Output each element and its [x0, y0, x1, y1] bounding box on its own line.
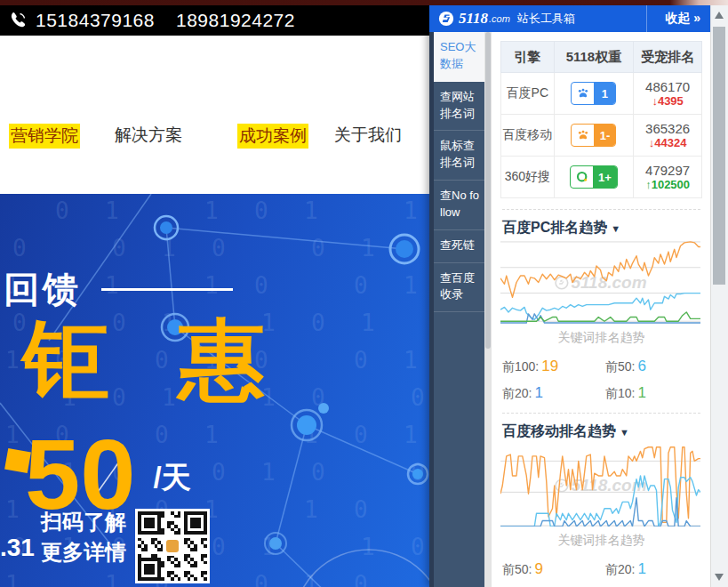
table-row: 百度PC 1 486170 ↓4395 — [501, 73, 702, 115]
360-icon — [571, 170, 593, 184]
logo-suffix: .com — [489, 13, 510, 24]
toolbox-header: 5118 .com 站长工具箱 收起 » — [429, 5, 711, 32]
stat-top10: 前10 : 1 — [605, 384, 700, 402]
toolbox-scrollbar[interactable] — [484, 32, 492, 587]
weight-cell: 1+ — [554, 157, 634, 198]
banner-subtitle: 回馈 — [4, 265, 233, 314]
menu-item-seo-big-data[interactable]: SEO大数据 — [434, 32, 484, 82]
browser-scrollbar[interactable] — [710, 5, 728, 587]
banner-rule-line — [101, 288, 233, 291]
menu-item-site-ranking-words[interactable]: 查网站排名词 — [434, 82, 484, 132]
screen: 15184379168 18981924272 营销学院 解决方案 成功案例 关… — [0, 0, 728, 587]
scroll-up-arrow[interactable] — [715, 12, 724, 19]
seo-toolbox-panel: 5118 .com 站长工具箱 收起 » SEO大数据 查网站排名词 鼠标查排名… — [429, 5, 711, 587]
nav-item-solutions[interactable]: 解决方案 — [115, 124, 182, 147]
weight-badge: 1+ — [570, 165, 618, 189]
phone-number: 18981924272 — [176, 10, 295, 31]
collapse-triangle-icon: ▼ — [620, 427, 629, 438]
nav-item-marketing-academy[interactable]: 营销学院 — [9, 124, 80, 149]
window-edge — [0, 0, 728, 5]
rank-change: ↓4395 — [635, 94, 700, 108]
rank-change: ↑102500 — [635, 178, 700, 191]
col-header-weight: 5118权重 — [554, 42, 634, 73]
table-row: 百度移动 1- 365326 ↓44324 — [501, 115, 702, 157]
phone-icon — [7, 10, 28, 31]
dashed-divider — [502, 209, 700, 210]
menu-item-check-baidu-index[interactable]: 查百度收录 — [434, 263, 484, 313]
toolbox-title: 站长工具箱 — [517, 11, 575, 27]
qr-caption: 扫码了解 更多详情 — [41, 507, 126, 567]
nav-item-about-us[interactable]: 关于我们 — [334, 124, 402, 147]
toolbox-content: 引擎 5118权重 受宠排名 百度PC 1 4861 — [492, 32, 711, 587]
collapse-button[interactable]: 收起 » — [665, 11, 700, 27]
mobile-trend-title[interactable]: 百度移动排名趋势▼ — [502, 422, 700, 441]
scrollbar-thumb[interactable] — [713, 27, 725, 285]
logo-text: 5118 — [459, 10, 488, 28]
rank-change: ↓44324 — [635, 136, 700, 149]
col-header-engine: 引擎 — [501, 42, 555, 73]
menu-item-hover-ranking-words[interactable]: 鼠标查排名词 — [434, 131, 484, 181]
pc-trend-chart: 5118.com — [500, 241, 700, 324]
phone-number: 15184379168 — [36, 10, 155, 31]
banner-date-fragment: .31 — [0, 534, 35, 562]
table-row: 360好搜 1+ 479297 ↑102500 — [501, 157, 702, 198]
nav-item-success-cases[interactable]: 成功案例 — [237, 124, 308, 149]
promo-banner[interactable]: 0101110100010111010001011101000101110100… — [0, 194, 429, 587]
weight-badge: 1 — [571, 82, 616, 105]
collapse-triangle-icon: ▼ — [611, 223, 620, 234]
mobile-trend-section: 百度移动排名趋势▼ 5118.com 关键词排名趋势 前50 : 9 前20 :… — [492, 422, 711, 587]
weight-cell: 1 — [554, 73, 634, 115]
main-nav: 营销学院 解决方案 成功案例 关于我们 — [0, 36, 429, 194]
engine-cell: 百度移动 — [501, 115, 555, 157]
rank-cell: 486170 ↓4395 — [634, 73, 702, 115]
5118-logo-icon — [438, 11, 454, 27]
header-divider — [646, 5, 647, 32]
stat-top20: 前20 : 1 — [605, 560, 700, 578]
qr-code — [135, 509, 210, 583]
toolbox-scrollbar-thumb[interactable] — [485, 32, 491, 349]
toolbox-menu: SEO大数据 查网站排名词 鼠标查排名词 查No follow 查死链 查百度收… — [429, 32, 484, 587]
stat-top20: 前20 : 1 — [502, 384, 602, 402]
mobile-trend-chart: 5118.com — [500, 445, 700, 527]
scroll-down-arrow[interactable] — [715, 574, 724, 581]
stat-top50: 前50 : 9 — [502, 560, 602, 578]
pc-trend-stats: 前100 : 19 前50 : 6 前20 : 1 前10 : 1 — [502, 358, 700, 402]
pc-trend-title[interactable]: 百度PC排名趋势▼ — [502, 219, 700, 237]
qr-center-avatar — [163, 536, 182, 556]
col-header-rank: 受宠排名 — [634, 42, 702, 73]
rank-cell: 365326 ↓44324 — [634, 115, 702, 157]
chart-caption: 关键词排名趋势 — [492, 330, 711, 346]
clipped-glyph-decoration — [4, 448, 31, 473]
menu-item-check-nofollow[interactable]: 查No follow — [434, 181, 484, 230]
dashed-divider — [502, 413, 700, 414]
rank-cell: 479297 ↑102500 — [634, 157, 702, 198]
stat-top50: 前50 : 6 — [605, 358, 700, 375]
engine-cell: 360好搜 — [501, 157, 555, 198]
menu-item-check-dead-links[interactable]: 查死链 — [434, 230, 484, 263]
mobile-trend-stats: 前50 : 9 前20 : 1 前10 : 1 — [502, 560, 700, 587]
stat-top100: 前100 : 19 — [502, 358, 602, 375]
main-page: 15184379168 18981924272 营销学院 解决方案 成功案例 关… — [0, 5, 429, 587]
weight-cell: 1- — [554, 115, 634, 157]
weight-rank-table: 引擎 5118权重 受宠排名 百度PC 1 4861 — [500, 41, 702, 198]
contact-topbar: 15184379168 18981924272 — [0, 5, 429, 36]
baidu-paw-icon — [572, 128, 594, 142]
pc-trend-section: 百度PC排名趋势▼ 5118.com 关键词排名趋势 前100 : 19 前50… — [492, 219, 711, 402]
engine-cell: 百度PC — [501, 73, 555, 115]
chart-caption: 关键词排名趋势 — [492, 533, 711, 549]
baidu-paw-icon — [572, 86, 594, 101]
weight-badge: 1- — [571, 124, 616, 147]
banner-headline: 钜惠 — [23, 317, 334, 403]
